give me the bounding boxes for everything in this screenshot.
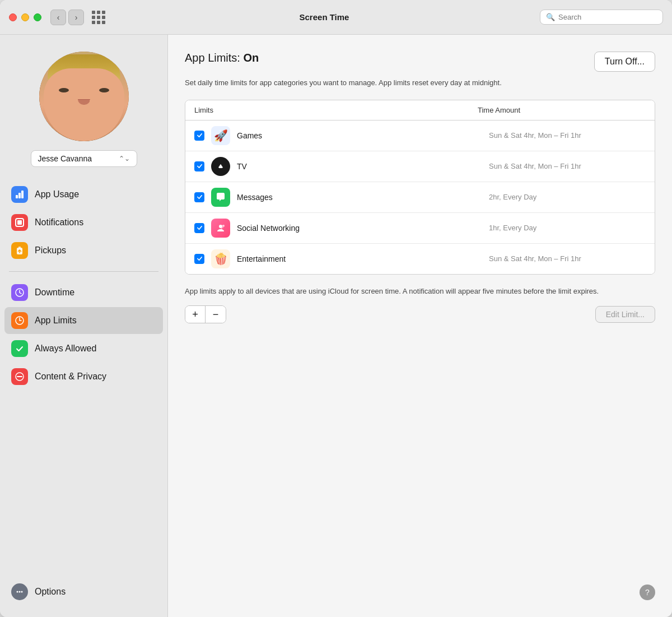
add-button[interactable]: + xyxy=(185,306,206,323)
sidebar-label-always-allowed: Always Allowed xyxy=(35,344,96,354)
content-privacy-icon xyxy=(11,368,28,385)
games-time: Sun & Sat 4hr, Mon – Fri 1hr xyxy=(489,131,646,140)
sidebar-nav-top: App Usage Notifications xyxy=(0,178,167,267)
entertainment-icon: 🍿 xyxy=(211,249,230,268)
messages-name: Messages xyxy=(237,193,482,202)
table-row[interactable]: 🚀 Games Sun & Sat 4hr, Mon – Fri 1hr xyxy=(185,120,655,151)
tv-name: TV xyxy=(237,162,482,171)
turn-off-button[interactable]: Turn Off... xyxy=(594,52,655,72)
sidebar-label-notifications: Notifications xyxy=(35,217,83,228)
col-time-header: Time Amount xyxy=(478,106,646,114)
bottom-actions: + − Edit Limit... xyxy=(185,305,655,323)
svg-point-9 xyxy=(17,591,18,593)
forward-button[interactable]: › xyxy=(68,10,84,25)
col-limits-header: Limits xyxy=(194,106,478,114)
sidebar-item-downtime[interactable]: Downtime xyxy=(4,279,163,306)
main-content: Jesse Cavanna ⌃⌄ App Usage xyxy=(0,35,672,617)
sidebar-item-app-limits[interactable]: App Limits xyxy=(4,307,163,334)
table-row[interactable]: Social Networking 1hr, Every Day xyxy=(185,213,655,244)
sidebar-label-options: Options xyxy=(35,587,66,597)
games-name: Games xyxy=(237,131,482,140)
entertainment-name: Entertainment xyxy=(237,254,482,263)
panel-title-area: App Limits: On xyxy=(185,52,259,64)
social-time: 1hr, Every Day xyxy=(489,224,646,232)
sidebar-item-content-privacy[interactable]: Content & Privacy xyxy=(4,363,163,390)
messages-icon xyxy=(211,188,230,207)
app-usage-icon xyxy=(11,186,28,203)
sidebar-divider xyxy=(9,271,158,272)
row-checkbox-entertainment[interactable] xyxy=(194,254,204,264)
panel-header: App Limits: On Turn Off... xyxy=(185,52,655,72)
sidebar: Jesse Cavanna ⌃⌄ App Usage xyxy=(0,35,168,617)
nav-buttons: ‹ › xyxy=(50,10,84,25)
panel-title: App Limits: On xyxy=(185,52,259,64)
sidebar-item-app-usage[interactable]: App Usage xyxy=(4,181,163,208)
sidebar-item-notifications[interactable]: Notifications xyxy=(4,209,163,236)
row-checkbox-games[interactable] xyxy=(194,131,204,141)
svg-rect-0 xyxy=(16,195,18,198)
titlebar: ‹ › Screen Time 🔍 xyxy=(0,0,672,35)
minimize-button[interactable] xyxy=(21,13,29,21)
traffic-lights xyxy=(9,13,41,21)
table-row[interactable]: TV Sun & Sat 4hr, Mon – Fri 1hr xyxy=(185,151,655,182)
user-name: Jesse Cavanna xyxy=(38,154,92,163)
options-icon xyxy=(11,583,28,600)
downtime-icon xyxy=(11,284,28,301)
sidebar-item-pickups[interactable]: Pickups xyxy=(4,237,163,264)
always-allowed-icon xyxy=(11,340,28,357)
avatar-section: Jesse Cavanna ⌃⌄ xyxy=(0,35,167,178)
limits-table: Limits Time Amount 🚀 Games Sun & Sat 4hr… xyxy=(185,100,655,275)
main-panel: App Limits: On Turn Off... Set daily tim… xyxy=(168,35,672,617)
table-row[interactable]: Messages 2hr, Every Day xyxy=(185,182,655,213)
footer-text: App limits apply to all devices that are… xyxy=(185,286,655,297)
svg-rect-1 xyxy=(18,193,21,198)
sidebar-item-always-allowed[interactable]: Always Allowed xyxy=(4,335,163,362)
panel-title-status: On xyxy=(243,52,259,64)
grid-icon xyxy=(92,11,105,24)
sidebar-nav-options: Options xyxy=(0,576,167,608)
row-checkbox-messages[interactable] xyxy=(194,192,204,202)
row-checkbox-social[interactable] xyxy=(194,223,204,233)
svg-point-10 xyxy=(19,591,21,593)
grid-button[interactable] xyxy=(88,7,109,27)
row-checkbox-tv[interactable] xyxy=(194,161,204,171)
sidebar-label-app-usage: App Usage xyxy=(35,189,79,200)
maximize-button[interactable] xyxy=(34,13,41,21)
tv-icon xyxy=(211,157,230,176)
window-title: Screen Time xyxy=(109,12,540,22)
user-selector[interactable]: Jesse Cavanna ⌃⌄ xyxy=(31,150,137,167)
help-button[interactable]: ? xyxy=(640,584,655,600)
panel-subtitle: Set daily time limits for app categories… xyxy=(185,77,655,89)
sidebar-label-pickups: Pickups xyxy=(35,245,66,256)
search-icon: 🔍 xyxy=(546,13,555,21)
sidebar-label-content-privacy: Content & Privacy xyxy=(35,372,106,382)
chevron-icon: ⌃⌄ xyxy=(119,155,130,163)
search-bar[interactable]: 🔍 xyxy=(540,10,663,25)
edit-limit-button[interactable]: Edit Limit... xyxy=(595,306,655,323)
social-name: Social Networking xyxy=(237,224,482,233)
app-limits-icon xyxy=(11,312,28,329)
table-header: Limits Time Amount xyxy=(185,100,655,120)
sidebar-label-app-limits: App Limits xyxy=(35,316,77,326)
messages-time: 2hr, Every Day xyxy=(489,193,646,201)
sidebar-item-options[interactable]: Options xyxy=(4,578,163,605)
search-input[interactable] xyxy=(558,13,657,21)
avatar xyxy=(39,52,129,141)
social-icon xyxy=(211,219,230,238)
entertainment-time: Sun & Sat 4hr, Mon – Fri 1hr xyxy=(489,254,646,263)
svg-rect-13 xyxy=(219,167,222,168)
panel-title-prefix: App Limits: xyxy=(185,52,243,64)
back-button[interactable]: ‹ xyxy=(50,10,66,25)
close-button[interactable] xyxy=(9,13,17,21)
svg-point-15 xyxy=(222,225,225,227)
remove-button[interactable]: − xyxy=(206,306,226,323)
sidebar-label-downtime: Downtime xyxy=(35,287,74,298)
avatar-face xyxy=(39,52,129,141)
svg-rect-2 xyxy=(21,191,24,198)
svg-rect-4 xyxy=(17,220,22,225)
table-row[interactable]: 🍿 Entertainment Sun & Sat 4hr, Mon – Fri… xyxy=(185,244,655,274)
notifications-icon xyxy=(11,214,28,231)
add-remove-buttons: + − xyxy=(185,305,226,323)
tv-time: Sun & Sat 4hr, Mon – Fri 1hr xyxy=(489,162,646,170)
pickups-icon xyxy=(11,242,28,259)
